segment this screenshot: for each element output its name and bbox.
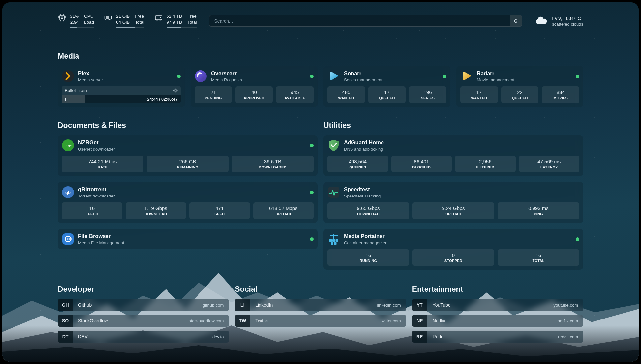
bookmark-url: youtube.com — [554, 299, 583, 311]
svg-text:nzbget: nzbget — [64, 144, 72, 147]
stat-queued: 22QUEUED — [501, 86, 539, 103]
service-name: qBittorrent — [78, 186, 115, 193]
service-card-radarr[interactable]: Radarr Movie management 17WANTED 22QUEUE… — [456, 66, 583, 107]
service-subtitle: Container management — [344, 240, 389, 245]
section-title-utilities: Utilities — [323, 121, 583, 130]
cpu-load-value: 2.94 — [70, 19, 79, 25]
bookmark-abbr: TW — [235, 315, 250, 327]
service-name: NZBGet — [78, 139, 115, 146]
memory-free-value: 21 GiB — [116, 14, 130, 19]
stat-download: 1.19 GbpsDOWNLOAD — [126, 202, 186, 219]
service-subtitle: Movie management — [477, 77, 514, 82]
bookmark-abbr: LI — [235, 299, 250, 311]
service-card-adguard[interactable]: AdGuard Home DNS and adblocking 498,564Q… — [323, 135, 583, 176]
weather-location: Lviv, 16.87°C — [552, 15, 583, 21]
bookmark-linkedin[interactable]: LI LinkedIn linkedin.com — [235, 299, 406, 311]
svg-text:qb: qb — [65, 190, 71, 195]
service-subtitle: DNS and adblocking — [344, 147, 384, 152]
now-playing-title: Bullet Train — [65, 88, 87, 93]
weather-widget: Lviv, 16.87°C scattered clouds — [534, 15, 583, 27]
bookmark-stackoverflow[interactable]: SO StackOverflow stackoverflow.com — [58, 315, 229, 327]
disk-free-label: Free — [187, 14, 197, 19]
bookmark-name: Twitter — [250, 315, 269, 327]
bookmark-name: Reddit — [427, 331, 446, 343]
bookmark-youtube[interactable]: YT YouTube youtube.com — [412, 299, 583, 311]
service-subtitle: Media Requests — [211, 77, 242, 82]
stat-movies: 834MOVIES — [542, 86, 579, 103]
bookmark-dev[interactable]: DT DEV dev.to — [58, 331, 229, 343]
dashboard: 31% CPU 2.94 Load — [2, 2, 639, 362]
bookmark-netflix[interactable]: NF Netflix netflix.com — [412, 315, 583, 327]
status-dot — [576, 237, 579, 241]
service-card-qbittorrent[interactable]: qb qBittorrent Torrent downloader 16LEEC… — [58, 182, 318, 223]
service-card-plex[interactable]: Plex Media server Bullet Train — [58, 66, 185, 107]
bookmark-group-developer: Developer GH Github github.com SO StackO… — [58, 285, 229, 343]
service-name: Speedtest — [344, 186, 381, 193]
section-title-media: Media — [58, 52, 583, 61]
search-input[interactable] — [209, 15, 522, 27]
bookmark-url: twitter.com — [381, 315, 406, 327]
service-card-nzbget[interactable]: nzbget NZBGet Usenet downloader 744.21 M… — [58, 135, 318, 176]
section-utilities: Utilities AdGuard Home DNS and adblockin… — [323, 121, 583, 270]
disk-usage-bar — [167, 27, 197, 28]
service-card-overseerr[interactable]: Overseerr Media Requests 21PENDING 40APP… — [191, 66, 318, 107]
stat-seed: 471SEED — [189, 202, 250, 219]
bookmark-name: Github — [73, 299, 92, 311]
service-subtitle: Torrent downloader — [78, 194, 115, 198]
bookmark-url: netflix.com — [558, 315, 583, 327]
bookmark-name: YouTube — [427, 299, 451, 311]
section-title-social: Social — [235, 285, 406, 294]
service-card-portainer[interactable]: Media Portainer Container management 16R… — [323, 229, 583, 270]
service-name: Radarr — [477, 70, 514, 76]
stat-running: 16RUNNING — [327, 249, 409, 266]
bookmark-name: LinkedIn — [250, 299, 273, 311]
gear-icon[interactable] — [173, 88, 178, 93]
disk-free-value: 52.4 TB — [167, 14, 182, 19]
memory-total-label: Total — [135, 19, 144, 25]
section-documents: Documents & Files nzbget NZBGet Usenet d… — [58, 121, 318, 270]
service-name: Sonarr — [344, 70, 382, 76]
header-divider — [58, 36, 583, 36]
status-dot — [310, 191, 314, 194]
stat-wanted: 17WANTED — [460, 86, 498, 103]
service-name: AdGuard Home — [344, 139, 384, 146]
service-subtitle: Speedtest Tracking — [344, 194, 381, 198]
service-subtitle: Media server — [78, 77, 103, 82]
stat-downloaded: 39.6 TBDOWNLOADED — [232, 156, 314, 172]
stat-available: 945AVAILABLE — [276, 86, 314, 103]
playback-time: 24:44 / 02:06:47 — [147, 97, 178, 102]
cpu-widget: 31% CPU 2.94 Load — [58, 14, 94, 28]
bookmark-name: StackOverflow — [73, 315, 108, 327]
resource-widgets: 31% CPU 2.94 Load — [58, 14, 197, 28]
disk-widget: 52.4 TB Free 97.9 TB Total — [154, 14, 197, 28]
cpu-label: CPU — [84, 14, 94, 19]
service-card-speedtest[interactable]: Speedtest Speedtest Tracking 9.65 GbpsDO… — [323, 182, 583, 223]
cpu-icon — [58, 14, 66, 22]
stat-stopped: 0STOPPED — [412, 249, 494, 266]
stat-filtered: 2,956FILTERED — [455, 156, 516, 172]
service-subtitle: Usenet downloader — [78, 147, 115, 152]
bookmark-group-entertainment: Entertainment YT YouTube youtube.com NF … — [412, 285, 583, 343]
service-card-sonarr[interactable]: Sonarr Series management 485WANTED 17QUE… — [323, 66, 450, 107]
section-title-developer: Developer — [58, 285, 229, 294]
bookmark-reddit[interactable]: RE Reddit reddit.com — [412, 331, 583, 343]
service-name: Overseerr — [211, 70, 242, 76]
memory-total-value: 64 GiB — [116, 19, 130, 25]
service-card-filebrowser[interactable]: File Browser Media File Management — [58, 229, 318, 249]
disk-total-label: Total — [187, 19, 197, 25]
bookmark-twitter[interactable]: TW Twitter twitter.com — [235, 315, 406, 327]
speedtest-icon — [327, 186, 340, 198]
cpu-usage-bar — [70, 27, 94, 28]
memory-usage-bar — [116, 27, 144, 28]
stat-remaining: 266 GBREMAINING — [147, 156, 229, 172]
disk-total-value: 97.9 TB — [167, 19, 182, 25]
bookmark-github[interactable]: GH Github github.com — [58, 299, 229, 311]
search-provider-button[interactable]: G — [510, 15, 522, 26]
bookmark-url: linkedin.com — [377, 299, 406, 311]
bookmark-url: github.com — [203, 299, 229, 311]
search-bar: G — [209, 15, 522, 27]
nzbget-icon: nzbget — [62, 139, 74, 152]
portainer-icon — [327, 233, 340, 245]
top-bar: 31% CPU 2.94 Load — [58, 14, 583, 28]
stat-approved: 40APPROVED — [235, 86, 273, 103]
